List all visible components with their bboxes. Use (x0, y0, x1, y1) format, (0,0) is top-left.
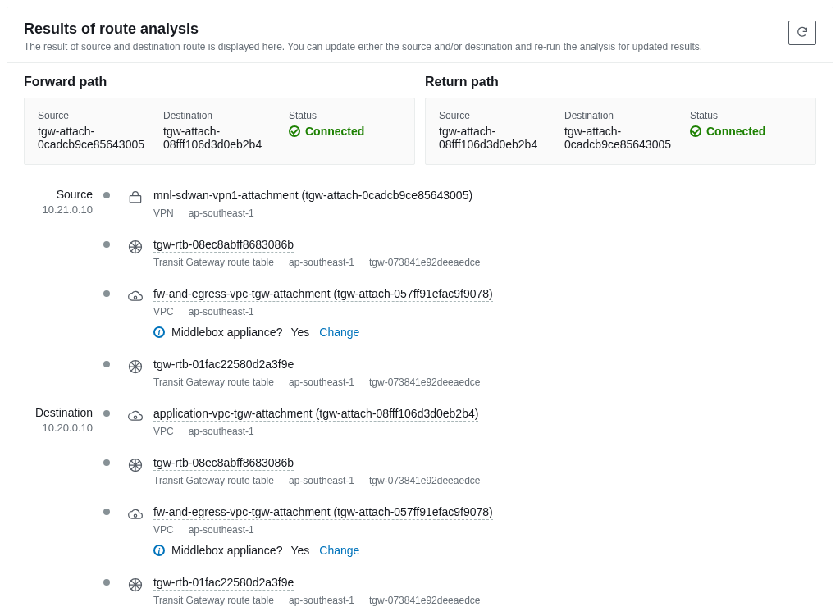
route-hop: tgw-rtb-01fac22580d2a3f9eTransit Gateway… (24, 357, 816, 406)
hop-endpoint-label: Destination (24, 406, 93, 420)
hop-meta: VPCap-southeast-1 (153, 306, 493, 317)
hop-title[interactable]: fw-and-egress-vpc-tgw-attachment (tgw-at… (153, 287, 493, 302)
route-hop-list: Source10.21.0.10mnl-sdwan-vpn1-attachmen… (7, 168, 833, 616)
forward-status-text: Connected (305, 125, 364, 138)
hop-meta: Transit Gateway route tableap-southeast-… (153, 376, 480, 388)
middlebox-answer: Yes (290, 544, 309, 557)
label-source: Source (439, 110, 551, 121)
hop-endpoint-ip: 10.21.0.10 (24, 203, 93, 217)
forward-path-col: Forward path Source tgw-attach-0cadcb9ce… (24, 75, 415, 165)
forward-path-heading: Forward path (24, 75, 415, 89)
hop-meta-item: Transit Gateway route table (153, 257, 274, 268)
hop-meta-item: ap-southeast-1 (189, 306, 254, 317)
forward-status-cell: Status Connected (289, 110, 401, 151)
hop-body: tgw-rtb-01fac22580d2a3f9eTransit Gateway… (153, 575, 480, 616)
hop-meta: VPNap-southeast-1 (153, 208, 472, 219)
timeline-dot-icon (103, 459, 110, 466)
hop-title[interactable]: tgw-rtb-08ec8abff8683086b (153, 456, 294, 471)
hop-meta: Transit Gateway route tableap-southeast-… (153, 475, 480, 486)
label-destination: Destination (564, 110, 677, 121)
hop-title[interactable]: fw-and-egress-vpc-tgw-attachment (tgw-at… (153, 505, 493, 520)
hop-body: mnl-sdwan-vpn1-attachment (tgw-attach-0c… (153, 188, 472, 237)
timeline-dot-icon (103, 410, 110, 417)
return-status-value: Connected (690, 125, 802, 138)
timeline (99, 406, 114, 418)
label-status: Status (690, 110, 802, 121)
route-hop: tgw-rtb-08ec8abff8683086bTransit Gateway… (24, 237, 816, 286)
timeline-dot-icon (103, 579, 110, 586)
hop-body: fw-and-egress-vpc-tgw-attachment (tgw-at… (153, 286, 493, 357)
return-destination-value: tgw-attach-0cadcb9ce85643005 (564, 125, 677, 151)
refresh-button[interactable] (788, 21, 816, 45)
hop-title[interactable]: tgw-rtb-01fac22580d2a3f9e (153, 576, 294, 591)
route-hop: fw-and-egress-vpc-tgw-attachment (tgw-at… (24, 286, 816, 357)
hop-meta-item: tgw-073841e92deeaedce (369, 257, 480, 268)
hop-meta-item: tgw-073841e92deeaedce (369, 595, 480, 606)
forward-path-box: Source tgw-attach-0cadcb9ce85643005 Dest… (24, 98, 415, 165)
route-hop: tgw-rtb-08ec8abff8683086bTransit Gateway… (24, 455, 816, 504)
middlebox-row: iMiddlebox appliance?YesChange (153, 544, 493, 557)
page-subtitle: The result of source and destination rou… (24, 41, 702, 52)
hop-left-label: Source10.21.0.10 (24, 188, 99, 216)
rtb-icon (126, 575, 145, 595)
timeline-dot-icon (103, 290, 110, 297)
vpc-icon (126, 504, 145, 524)
vpc-icon (126, 286, 145, 306)
timeline (99, 357, 114, 369)
hop-meta: VPCap-southeast-1 (153, 426, 478, 437)
hop-meta: Transit Gateway route tableap-southeast-… (153, 257, 480, 268)
label-status: Status (289, 110, 401, 121)
label-source: Source (38, 110, 150, 121)
timeline-dot-icon (103, 241, 110, 248)
hop-meta-item: VPC (153, 426, 174, 437)
hop-body: application-vpc-tgw-attachment (tgw-atta… (153, 406, 478, 455)
info-icon: i (153, 326, 165, 338)
rtb-icon (126, 237, 145, 257)
hop-meta-item: Transit Gateway route table (153, 376, 274, 388)
forward-destination-cell: Destination tgw-attach-08fff106d3d0eb2b4 (163, 110, 276, 151)
hop-title[interactable]: tgw-rtb-08ec8abff8683086b (153, 238, 294, 253)
hop-meta-item: ap-southeast-1 (289, 376, 354, 388)
hop-title[interactable]: mnl-sdwan-vpn1-attachment (tgw-attach-0c… (153, 189, 472, 203)
hop-meta-item: VPC (153, 524, 174, 536)
forward-source-value: tgw-attach-0cadcb9ce85643005 (38, 125, 150, 151)
hop-meta: Transit Gateway route tableap-southeast-… (153, 595, 480, 606)
middlebox-question: Middlebox appliance? (171, 544, 282, 557)
hop-meta-item: Transit Gateway route table (153, 475, 274, 486)
page-title: Results of route analysis (24, 21, 702, 38)
hop-meta-item: ap-southeast-1 (189, 524, 254, 536)
hop-meta-item: ap-southeast-1 (189, 208, 254, 219)
hop-body: tgw-rtb-08ec8abff8683086bTransit Gateway… (153, 237, 480, 286)
timeline-dot-icon (103, 192, 110, 198)
hop-title[interactable]: application-vpc-tgw-attachment (tgw-atta… (153, 407, 478, 422)
timeline-dot-icon (103, 361, 110, 367)
route-hop: Source10.21.0.10mnl-sdwan-vpn1-attachmen… (24, 188, 816, 237)
middlebox-change-link[interactable]: Change (319, 326, 359, 339)
hop-body: tgw-rtb-08ec8abff8683086bTransit Gateway… (153, 455, 480, 504)
timeline (99, 504, 114, 517)
middlebox-answer: Yes (290, 326, 309, 339)
route-hop: tgw-rtb-01fac22580d2a3f9eTransit Gateway… (24, 575, 816, 616)
vpc-icon (126, 406, 145, 426)
middlebox-change-link[interactable]: Change (319, 544, 359, 557)
middlebox-row: iMiddlebox appliance?YesChange (153, 326, 493, 339)
hop-title[interactable]: tgw-rtb-01fac22580d2a3f9e (153, 358, 294, 372)
timeline (99, 575, 114, 587)
route-hop: Destination10.20.0.10application-vpc-tgw… (24, 406, 816, 455)
hop-meta-item: ap-southeast-1 (289, 257, 354, 268)
return-path-box: Source tgw-attach-08fff106d3d0eb2b4 Dest… (425, 98, 816, 165)
return-source-value: tgw-attach-08fff106d3d0eb2b4 (439, 125, 551, 151)
return-path-heading: Return path (425, 75, 816, 89)
hop-endpoint-label: Source (24, 188, 93, 202)
hop-meta-item: VPN (153, 208, 174, 219)
middlebox-question: Middlebox appliance? (171, 326, 282, 339)
hop-meta: VPCap-southeast-1 (153, 524, 493, 536)
timeline (99, 237, 114, 249)
forward-destination-value: tgw-attach-08fff106d3d0eb2b4 (163, 125, 276, 151)
return-status-text: Connected (706, 125, 765, 138)
return-status-cell: Status Connected (690, 110, 802, 151)
timeline-dot-icon (103, 509, 110, 515)
hop-meta-item: ap-southeast-1 (289, 475, 354, 486)
route-hop: fw-and-egress-vpc-tgw-attachment (tgw-at… (24, 504, 816, 575)
rtb-icon (126, 357, 145, 376)
